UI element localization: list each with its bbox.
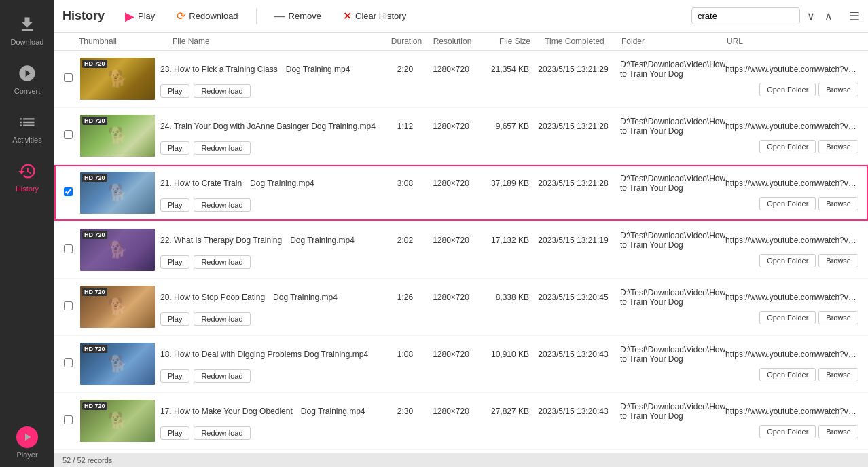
row-resolution: 1280×720: [424, 350, 478, 359]
row-open-folder-button[interactable]: Open Folder: [759, 311, 816, 324]
sort-asc-button[interactable]: ∧: [822, 8, 835, 24]
col-header-folder: Folder: [619, 37, 724, 46]
search-box: ∨ ∧: [691, 7, 835, 24]
row-browse-button[interactable]: Browse: [818, 197, 858, 210]
row-play-button[interactable]: Play: [160, 312, 189, 326]
row-play-button[interactable]: Play: [160, 426, 189, 440]
row-filename: 24. Train Your Dog with JoAnne Basinger …: [160, 122, 386, 131]
remove-button[interactable]: — Remove: [268, 7, 328, 26]
row-redownload-button[interactable]: Redownload: [194, 141, 250, 155]
row-url: https://www.youtube.com/watch?v=uP18RDBI…: [723, 407, 858, 416]
row-redownload-button[interactable]: Redownload: [194, 312, 250, 326]
row-checkbox[interactable]: [64, 73, 77, 84]
col-header-time: Time Completed: [530, 37, 619, 46]
row-filesize: 27,827 KB: [478, 407, 529, 416]
sidebar-item-label: Convert: [14, 87, 41, 95]
play-button[interactable]: ▶ Play: [118, 5, 162, 27]
thumbnail: HD 720 🐕: [80, 172, 155, 214]
row-line1: 24. Train Your Dog with JoAnne Basinger …: [160, 117, 858, 136]
row-browse-button[interactable]: Browse: [818, 140, 858, 153]
convert-icon: [16, 62, 38, 84]
row-folder: D:\Test\Download\Video\How to Train Your…: [617, 345, 723, 364]
row-redownload-button[interactable]: Redownload: [194, 255, 250, 269]
row-line2: Play Redownload Open Folder Browse: [160, 253, 858, 269]
row-redownload-button[interactable]: Redownload: [194, 369, 250, 383]
row-duration: 1:12: [386, 122, 424, 131]
hd-badge: HD 720: [82, 231, 107, 239]
row-play-button[interactable]: Play: [160, 141, 189, 155]
row-filesize: 21,354 KB: [478, 64, 529, 74]
activities-icon: [16, 111, 38, 133]
sidebar-item-history[interactable]: History: [0, 152, 54, 201]
row-play-button[interactable]: Play: [160, 84, 189, 98]
row-open-folder-button[interactable]: Open Folder: [759, 140, 816, 153]
row-checkbox[interactable]: [64, 187, 77, 198]
row-open-folder-button[interactable]: Open Folder: [759, 254, 816, 267]
row-checkbox[interactable]: [64, 244, 77, 255]
row-time: 2023/5/15 13:21:28: [529, 122, 617, 131]
row-line2: Play Redownload Open Folder Browse: [160, 81, 858, 98]
row-checkbox[interactable]: [64, 415, 77, 426]
topbar: History ▶ Play ⟳ Redownload — Remove ✕ C…: [54, 0, 868, 33]
row-folder: D:\Test\Download\Video\How to Train Your…: [617, 402, 723, 421]
row-actions: Play Redownload: [160, 312, 251, 326]
col-header-url: URL: [724, 37, 860, 46]
row-redownload-button[interactable]: Redownload: [194, 198, 250, 212]
row-line1: 21. How to Crate Train Dog Training.mp4 …: [160, 174, 858, 193]
search-input[interactable]: [691, 7, 800, 24]
row-content: 22. What Is Therapy Dog Training Dog Tra…: [160, 231, 858, 269]
row-time: 2023/5/15 13:20:43: [529, 407, 617, 416]
hd-badge: HD 720: [82, 288, 107, 296]
sort-desc-button[interactable]: ∨: [804, 8, 818, 24]
row-browse-button[interactable]: Browse: [818, 254, 858, 267]
row-filesize: 17,132 KB: [478, 236, 529, 245]
row-checkbox[interactable]: [64, 301, 77, 312]
redownload-icon: ⟳: [177, 10, 185, 22]
hd-badge: HD 720: [82, 402, 107, 410]
row-browse-button[interactable]: Browse: [818, 425, 858, 438]
thumbnail: HD 720 🐕: [80, 58, 155, 100]
row-play-button[interactable]: Play: [160, 255, 189, 269]
row-content: 20. How to Stop Poop Eating Dog Training…: [160, 288, 858, 326]
menu-button[interactable]: ☰: [849, 9, 860, 24]
row-actions: Play Redownload: [160, 255, 251, 269]
row-url: https://www.youtube.com/watch?v=dYcLOPO-…: [723, 122, 858, 131]
row-open-folder-button[interactable]: Open Folder: [759, 197, 816, 210]
row-open-folder-button[interactable]: Open Folder: [759, 368, 816, 381]
clear-history-button[interactable]: ✕ Clear History: [336, 6, 413, 26]
row-play-button[interactable]: Play: [160, 198, 189, 212]
row-checkbox[interactable]: [64, 130, 77, 141]
row-time: 2023/5/15 13:21:29: [529, 64, 617, 74]
row-line1: 20. How to Stop Poop Eating Dog Training…: [160, 288, 858, 307]
col-header-thumbnail: Thumbnail: [79, 37, 167, 46]
sidebar-item-convert[interactable]: Convert: [0, 54, 54, 103]
record-count: 52 / 52 records: [62, 456, 112, 464]
sidebar-item-player[interactable]: Player: [0, 418, 54, 467]
row-line1: 17. How to Make Your Dog Obedient Dog Tr…: [160, 402, 858, 421]
row-browse-button[interactable]: Browse: [818, 311, 858, 324]
hd-badge: HD 720: [82, 117, 107, 125]
row-browse-button[interactable]: Browse: [818, 83, 858, 96]
col-header-filesize: File Size: [480, 37, 530, 46]
row-url: https://www.youtube.com/watch?v=-Rl9r2t6…: [723, 236, 858, 245]
row-open-folder-button[interactable]: Open Folder: [759, 83, 816, 96]
row-open-folder-button[interactable]: Open Folder: [759, 425, 816, 438]
sidebar-item-download[interactable]: Download: [0, 5, 54, 54]
row-redownload-button[interactable]: Redownload: [194, 84, 250, 98]
row-checkbox[interactable]: [64, 358, 77, 369]
redownload-button[interactable]: ⟳ Redownload: [170, 6, 245, 26]
row-redownload-button[interactable]: Redownload: [194, 426, 250, 440]
col-header-filename: File Name: [167, 37, 388, 46]
row-time: 2023/5/15 13:21:19: [529, 236, 617, 245]
row-play-button[interactable]: Play: [160, 369, 189, 383]
row-time: 2023/5/15 13:20:45: [529, 293, 617, 302]
row-browse-button[interactable]: Browse: [818, 368, 858, 381]
row-content: 23. How to Pick a Training Class Dog Tra…: [160, 60, 858, 98]
sidebar-item-activities[interactable]: Activities: [0, 103, 54, 152]
thumbnail: HD 720 🐕: [80, 115, 155, 157]
thumbnail: HD 720 🐕: [80, 286, 155, 328]
sidebar-item-label: Player: [16, 451, 37, 459]
row-line1: 23. How to Pick a Training Class Dog Tra…: [160, 60, 858, 79]
sidebar-item-label: History: [16, 185, 39, 193]
player-icon: [16, 426, 38, 448]
